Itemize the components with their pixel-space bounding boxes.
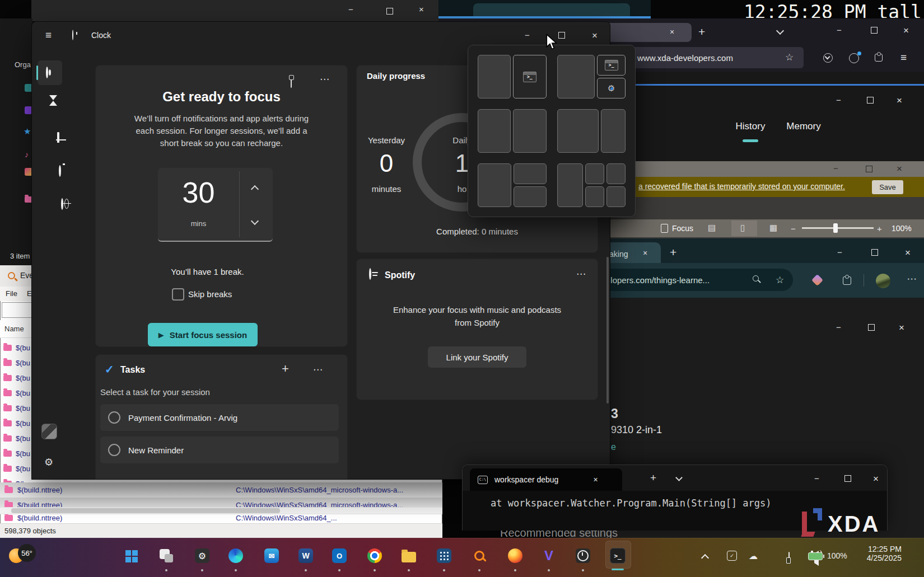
stepper-down-icon[interactable] [251, 217, 259, 225]
clock-vertical-scrollbar[interactable] [606, 257, 609, 404]
clock-nav-hamburger-icon[interactable]: ≡ [45, 30, 52, 40]
snap-zone-selected[interactable]: >_ [513, 55, 546, 98]
snap-layout-two-columns[interactable]: >_ [475, 53, 549, 101]
file-row[interactable]: $(build.nttree) C:\Windows\WinSxS\amd64_… [0, 482, 442, 498]
word-zoom-value[interactable]: 100% [892, 224, 912, 233]
popout-icon[interactable] [291, 77, 292, 88]
alarm-icon[interactable] [57, 132, 59, 143]
everything-hscrollbar-thumb[interactable] [11, 508, 280, 513]
word-printlayout-icon[interactable]: ▯ [740, 223, 745, 232]
chrome-new-tab-button[interactable]: + [670, 246, 676, 258]
snap-zone[interactable] [585, 186, 604, 207]
history-close-button[interactable]: × [897, 95, 902, 106]
chrome-search-icon[interactable] [753, 275, 759, 282]
terminal-active-tab[interactable]: C:\ workspacer debug × [470, 468, 622, 491]
taskbar-word-icon[interactable]: W [295, 545, 317, 567]
snap-zone[interactable] [606, 186, 626, 207]
firefox-new-tab-button[interactable]: + [698, 26, 705, 37]
word-zoom-in-button[interactable]: + [877, 224, 882, 233]
chrome-close-button[interactable]: × [905, 247, 911, 259]
chrome-profile-avatar[interactable] [876, 274, 890, 288]
settings-gear-icon[interactable]: ⚙ [44, 457, 53, 467]
chrome-bookmark-star-icon[interactable]: ☆ [776, 275, 784, 285]
word-weblayout-icon[interactable]: ▦ [769, 223, 777, 232]
chrome-extensions-puzzle-icon[interactable] [843, 276, 851, 285]
snap-layout-left-plus-stack[interactable] [475, 161, 549, 209]
snap-layout-three-columns[interactable] [555, 161, 628, 209]
word-close-button[interactable]: × [897, 163, 902, 175]
task-row[interactable]: New Reminder [100, 437, 339, 463]
task-radio[interactable] [108, 444, 120, 456]
tasks-more-icon[interactable]: ⋯ [313, 365, 323, 374]
history-minimize-button[interactable]: − [836, 95, 841, 105]
taskbar-mail-icon[interactable]: ✉ [260, 545, 283, 567]
history-maximize-button[interactable] [867, 97, 874, 104]
link-spotify-button[interactable]: Link your Spotify [428, 346, 526, 368]
chrome-tab-close-icon[interactable]: × [643, 248, 647, 257]
snap-zone[interactable] [478, 163, 511, 207]
clock-maximize-button[interactable] [558, 32, 565, 39]
word-zoom-out-button[interactable]: − [791, 224, 796, 233]
tray-battery-icon[interactable] [808, 552, 823, 560]
taskbar-everything-search-icon[interactable] [468, 545, 491, 567]
snap-zone[interactable] [557, 55, 595, 98]
background-maximize-button[interactable] [386, 7, 393, 17]
focus-sessions-icon[interactable] [46, 67, 48, 78]
firefox-minimize-button[interactable]: − [837, 25, 842, 35]
snap-zone[interactable] [514, 163, 546, 184]
snap-zone[interactable] [513, 109, 546, 153]
stepper-up-icon[interactable] [251, 185, 259, 193]
terminal-maximize-button[interactable] [844, 475, 851, 482]
word-focus-label[interactable]: Focus [672, 224, 693, 233]
firefox-menu-icon[interactable]: ≡ [900, 52, 907, 63]
word-minimize-button[interactable]: − [833, 163, 838, 173]
extensions-puzzle-icon[interactable] [875, 54, 883, 62]
snap-zone[interactable] [557, 109, 599, 153]
menu-file[interactable]: File [6, 289, 17, 298]
tab-history[interactable]: History [729, 121, 772, 132]
add-task-icon[interactable]: + [282, 363, 289, 375]
snap-zone[interactable] [601, 109, 626, 153]
terminal-close-button[interactable]: × [873, 473, 879, 485]
taskbar-start-button[interactable] [120, 545, 142, 567]
music-note-icon[interactable]: ♪ [25, 150, 29, 159]
snap-layout-wide-narrow[interactable] [555, 107, 628, 155]
word-save-button[interactable]: Save [872, 180, 903, 194]
taskbar-outlook-icon[interactable]: O [328, 545, 351, 567]
firefox-active-tab[interactable] [602, 23, 692, 42]
taskbar-calculator-icon[interactable] [433, 545, 455, 567]
terminal-tab-close-icon[interactable]: × [593, 475, 598, 484]
start-focus-button[interactable]: ▶ Start focus session [148, 323, 258, 346]
world-clock-icon[interactable] [61, 198, 63, 210]
taskbar-settings-icon[interactable]: ⚙ [191, 545, 213, 567]
bookmark-star-icon[interactable]: ☆ [785, 53, 794, 62]
weather-widget[interactable]: 56° [8, 544, 50, 570]
word-readmode-icon[interactable]: ▤ [708, 223, 716, 232]
snap-layout-half-half[interactable] [475, 107, 549, 155]
clock-minimize-button[interactable]: − [525, 30, 530, 40]
snap-zone-terminal[interactable]: >_ [597, 55, 626, 76]
taskbar-terminal-icon[interactable]: >_ [606, 545, 629, 567]
snap-zone[interactable] [478, 55, 511, 98]
firefox-close-button[interactable]: × [903, 25, 909, 36]
skip-breaks-checkbox[interactable] [172, 288, 184, 301]
tray-ink-icon[interactable]: ✓ [727, 551, 737, 561]
firefox-tab-close-icon[interactable]: × [670, 27, 674, 36]
device-close-button[interactable]: × [899, 322, 904, 334]
snap-zone[interactable] [478, 109, 511, 153]
tray-onedrive-cloud-icon[interactable]: ☁ [749, 551, 758, 561]
focus-card-more-icon[interactable]: ⋯ [320, 74, 329, 84]
snap-zone[interactable] [606, 163, 626, 184]
chrome-menu-kebab-icon[interactable]: ⋮ [907, 274, 917, 284]
word-zoom-slider-thumb[interactable] [833, 223, 838, 233]
task-radio[interactable] [108, 411, 120, 424]
background-minimize-button[interactable]: − [348, 4, 353, 14]
snap-zone-settings[interactable]: ⚙ [597, 78, 626, 98]
chrome-maximize-button[interactable] [871, 249, 878, 256]
word-recover-notice[interactable]: a recovered file that is temporarily sto… [638, 182, 845, 191]
spotify-more-icon[interactable]: ⋯ [576, 269, 586, 279]
device-maximize-button[interactable] [868, 324, 875, 331]
tab-memory[interactable]: Memory [780, 121, 828, 132]
background-close-button[interactable]: × [419, 4, 424, 14]
pocket-icon[interactable] [823, 53, 833, 63]
